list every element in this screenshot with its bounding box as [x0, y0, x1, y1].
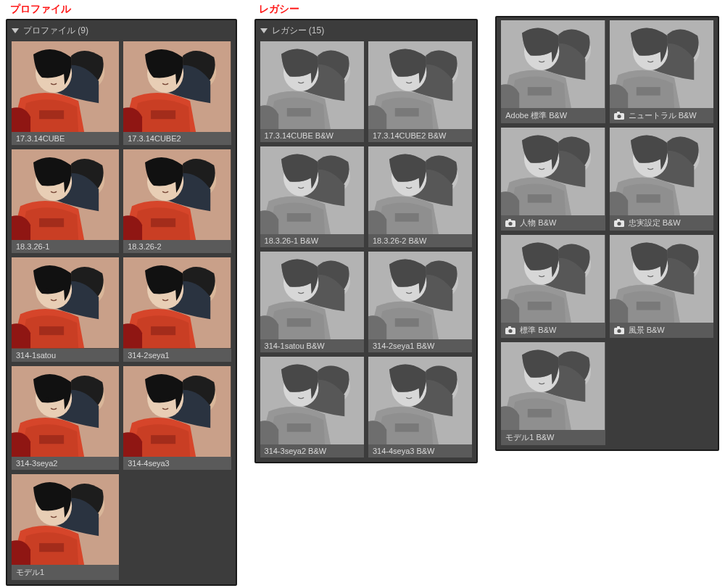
profile-thumbnail [260, 252, 364, 339]
profile-label: 風景 B&W [629, 325, 665, 336]
profile-label: 17.3.14CUBE2 B&W [373, 131, 447, 140]
profile-caption: 17.3.14CUBE2 [123, 132, 231, 145]
profile-tile[interactable]: 314-2seya1 [123, 257, 231, 361]
profile-label: 人物 B&W [520, 218, 556, 228]
panel-title: レガシー (15) [272, 25, 325, 37]
legacy-grid: 17.3.14CUBE B&W17.3.14CUBE2 B&W18.3.26-1… [260, 41, 473, 457]
profile-caption: 18.3.26-1 B&W [260, 234, 364, 247]
profile-tile[interactable]: 17.3.14CUBE [12, 41, 119, 145]
profile-caption: 18.3.26-2 [123, 240, 231, 253]
profile-thumbnail [123, 41, 231, 132]
profile-thumbnail [12, 257, 119, 348]
profile-thumbnail [368, 41, 472, 129]
profile-label: 314-4seya3 B&W [373, 447, 435, 455]
profile-caption: 標準 B&W [501, 323, 605, 338]
profile-tile[interactable]: 17.3.14CUBE2 [123, 41, 231, 145]
profile-thumbnail [123, 149, 231, 240]
profile-thumbnail [610, 235, 713, 323]
profile-thumbnail [610, 20, 713, 108]
profile-tile[interactable]: ニュートラル B&W [610, 20, 713, 123]
panel-header-legacy[interactable]: レガシー (15) [260, 23, 473, 41]
profile-thumbnail [368, 146, 472, 234]
panel-header-profile[interactable]: プロファイル (9) [12, 23, 231, 41]
profile-caption: 314-1satou [12, 349, 119, 362]
profile-tile[interactable]: モデル1 B&W [501, 342, 605, 445]
profile-thumbnail [12, 474, 119, 565]
profile-tile[interactable]: 忠実設定 B&W [610, 128, 713, 231]
profile-caption: 314-4seya3 [123, 457, 231, 470]
profile-tile[interactable]: 風景 B&W [610, 235, 713, 338]
profile-label: 忠実設定 B&W [629, 218, 681, 228]
profile-thumbnail [260, 146, 364, 234]
profile-caption: 314-2seya1 [123, 349, 231, 362]
profile-label: 314-2seya1 [128, 351, 170, 360]
profile-label: モデル1 B&W [505, 432, 554, 443]
profile-thumbnail [501, 342, 605, 430]
section-label-legacy: レガシー [259, 3, 478, 16]
panel-legacy-cont: Adobe 標準 B&Wニュートラル B&W人物 B&W忠実設定 B&W標準 B… [495, 16, 719, 451]
profile-label: 18.3.26-1 [16, 242, 49, 251]
profile-label: 17.3.14CUBE [16, 134, 65, 143]
profile-label: 17.3.14CUBE B&W [265, 131, 334, 140]
profile-tile[interactable]: 18.3.26-2 B&W [368, 146, 472, 247]
profile-caption: 18.3.26-1 [12, 240, 119, 253]
profile-tile[interactable]: 人物 B&W [501, 128, 605, 231]
camera-icon [614, 112, 624, 120]
profile-label: 18.3.26-2 [128, 242, 161, 251]
profile-caption: モデル1 B&W [501, 430, 605, 445]
profile-caption: 17.3.14CUBE2 B&W [368, 129, 472, 142]
profile-thumbnail [610, 128, 713, 215]
profile-caption: モデル1 [12, 565, 119, 580]
section-label-profile: プロファイル [10, 3, 237, 16]
profile-thumbnail [501, 235, 605, 323]
profile-tile[interactable]: 18.3.26-1 [12, 149, 119, 253]
profile-caption: 忠実設定 B&W [610, 215, 713, 231]
profile-caption: 314-3seya2 B&W [260, 444, 364, 457]
profile-tile[interactable]: Adobe 標準 B&W [501, 20, 605, 123]
chevron-down-icon [260, 28, 268, 33]
profile-tile[interactable]: 314-3seya2 B&W [260, 357, 364, 457]
profile-label: 18.3.26-2 B&W [373, 236, 427, 245]
camera-icon [614, 219, 624, 227]
profile-caption: 314-2seya1 B&W [368, 339, 472, 352]
profile-thumbnail [501, 128, 605, 215]
profile-caption: 人物 B&W [501, 215, 605, 231]
profile-thumbnail [368, 357, 472, 444]
legacy-grid-cont: Adobe 標準 B&Wニュートラル B&W人物 B&W忠実設定 B&W標準 B… [501, 20, 713, 445]
camera-icon [614, 326, 624, 334]
profile-thumbnail [260, 41, 364, 129]
profile-label: 314-1satou [16, 351, 56, 360]
profile-tile[interactable]: 18.3.26-2 [123, 149, 231, 253]
profile-thumbnail [12, 41, 119, 132]
profile-label: モデル1 [16, 567, 44, 578]
profile-tile[interactable]: 17.3.14CUBE B&W [260, 41, 364, 142]
profile-tile[interactable]: 314-1satou [12, 257, 119, 361]
profile-thumbnail [260, 357, 364, 444]
panel-title: プロファイル (9) [23, 25, 88, 37]
profile-caption: 314-4seya3 B&W [368, 444, 472, 457]
profile-thumbnail [12, 366, 119, 457]
profile-label: 314-3seya2 B&W [265, 447, 327, 455]
profile-tile[interactable]: 17.3.14CUBE2 B&W [368, 41, 472, 142]
camera-icon [505, 326, 515, 334]
profile-caption: 17.3.14CUBE [12, 132, 119, 145]
profile-tile[interactable]: 標準 B&W [501, 235, 605, 338]
profile-caption: ニュートラル B&W [610, 108, 713, 123]
profile-grid: 17.3.14CUBE17.3.14CUBE218.3.26-118.3.26-… [12, 41, 231, 580]
profile-caption: 314-1satou B&W [260, 339, 364, 352]
profile-caption: 314-3seya2 [12, 457, 119, 470]
profile-tile[interactable]: 314-4seya3 B&W [368, 357, 472, 457]
profile-tile[interactable]: 314-1satou B&W [260, 252, 364, 352]
profile-label: Adobe 標準 B&W [505, 110, 567, 121]
profile-tile[interactable]: 314-3seya2 [12, 366, 119, 470]
profile-tile[interactable]: 314-4seya3 [123, 366, 231, 470]
profile-caption: Adobe 標準 B&W [501, 108, 605, 123]
profile-label: 標準 B&W [520, 325, 556, 336]
profile-tile[interactable]: 18.3.26-1 B&W [260, 146, 364, 247]
profile-thumbnail [501, 20, 605, 108]
profile-label: 314-3seya2 [16, 459, 58, 468]
profile-label: 314-4seya3 [128, 459, 170, 468]
profile-label: 314-2seya1 B&W [373, 341, 435, 350]
profile-tile[interactable]: 314-2seya1 B&W [368, 252, 472, 352]
profile-tile[interactable]: モデル1 [12, 474, 119, 580]
